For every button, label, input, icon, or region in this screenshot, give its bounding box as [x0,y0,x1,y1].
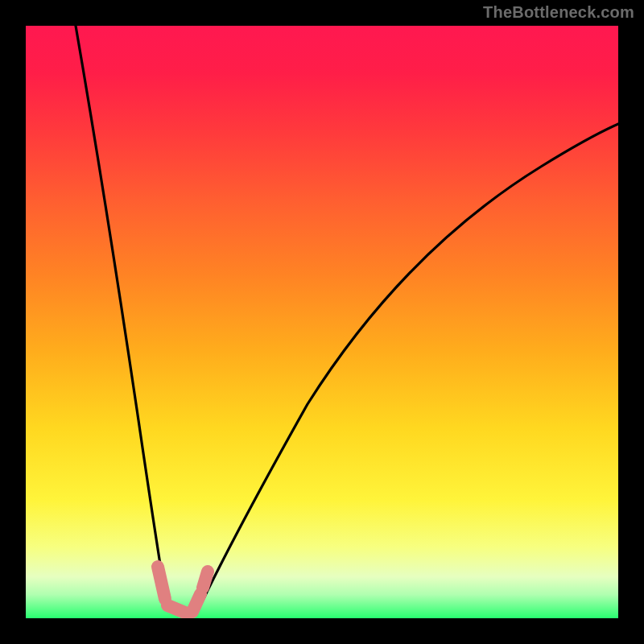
highlight-marker [158,567,165,599]
chart-plot-area [26,26,618,618]
curve-right-branch [198,124,618,610]
attribution-text: TheBottleneck.com [483,3,634,22]
highlight-marker [167,605,187,613]
chart-curves-svg [26,26,618,618]
chart-frame: TheBottleneck.com [0,0,644,644]
highlight-marker [192,594,200,612]
highlight-marker [203,572,208,588]
curve-left-branch [76,26,167,609]
